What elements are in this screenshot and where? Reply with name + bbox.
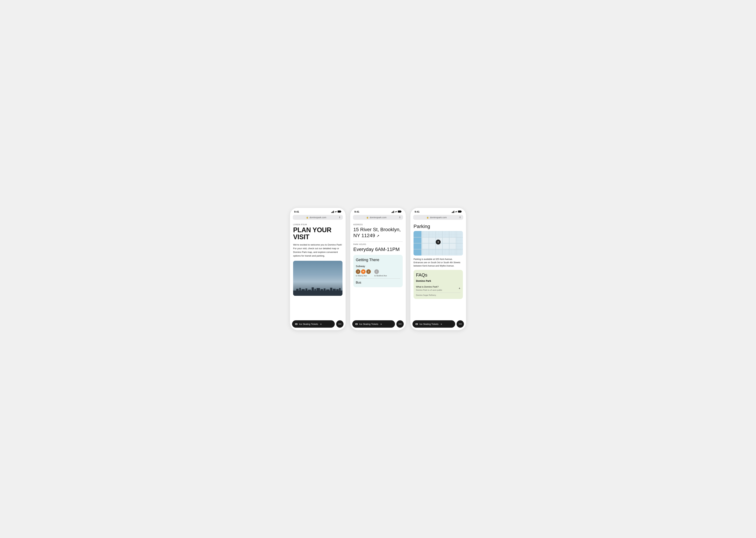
svg-rect-46	[449, 243, 456, 249]
svg-point-20	[341, 324, 341, 324]
marcy-ave-label: to Marcy Ave	[356, 275, 371, 277]
lock-icon-1: 🔒	[306, 216, 308, 219]
address-arrow[interactable]: ↗	[376, 234, 379, 238]
svg-point-25	[401, 324, 402, 324]
subway-title: Subway	[356, 265, 400, 268]
badge-j: J	[356, 269, 360, 274]
faq-item-1[interactable]: What is Domino Park? Domino Park is a 5-…	[416, 284, 460, 293]
battery-icon-3	[458, 210, 462, 213]
signal-icon-2	[392, 211, 394, 213]
hours-text: Everyday 6AM-11PM	[353, 246, 403, 252]
svg-rect-17	[339, 288, 341, 296]
phone-2: 9:41 ⇌ 🔒 dominopark.com ⬆	[350, 208, 406, 330]
dots-button-2[interactable]	[397, 320, 404, 328]
time-2: 9:41	[354, 210, 359, 213]
ticket-icon-2: 🎟	[355, 322, 358, 326]
phone2-content: ADDRESS 15 River St, Brooklyn, NY 11249 …	[350, 222, 406, 330]
svg-rect-37	[422, 238, 429, 243]
svg-rect-4	[299, 288, 301, 296]
svg-point-18	[339, 324, 339, 324]
svg-rect-11	[321, 289, 323, 296]
train-badges-l: L	[374, 269, 387, 274]
svg-rect-38	[429, 238, 435, 243]
share-icon-3[interactable]: ⬆	[459, 216, 461, 219]
svg-rect-5	[302, 289, 305, 296]
phone3-content: Parking	[410, 222, 466, 330]
svg-point-48	[438, 242, 439, 242]
address-text: 15 River St, Brooklyn, NY 11249 ↗	[353, 227, 403, 238]
svg-point-51	[460, 324, 461, 324]
close-ticket-3[interactable]: ×	[440, 323, 443, 326]
floating-bar-3: 🎟 Ice Skating Tickets ×	[412, 320, 464, 328]
badge-l: L	[374, 269, 379, 274]
faq-question: What is Domino Park?	[416, 286, 442, 288]
svg-point-24	[400, 324, 401, 324]
address-bar-2[interactable]: 🔒 dominopark.com ⬆	[353, 215, 403, 220]
address-label: ADDRESS	[353, 224, 403, 226]
hours-section: PARK HOURS Everyday 6AM-11PM	[353, 243, 403, 252]
map-image	[413, 231, 463, 255]
svg-rect-9	[314, 289, 316, 296]
svg-point-19	[340, 324, 340, 324]
dots-button-3[interactable]	[456, 320, 464, 328]
status-icons-1: ⇌	[331, 210, 342, 213]
phone1-content: LOREM IPSUM PLAN YOUR VISIT We're excite…	[290, 222, 346, 330]
ticket-icon-3: 🎟	[415, 322, 418, 326]
phone1-body: We're excited to welcome you to Domino P…	[293, 243, 343, 258]
dots-button-1[interactable]	[336, 320, 344, 328]
dots-icon-3	[459, 322, 462, 326]
close-ticket-2[interactable]: ×	[380, 323, 383, 326]
svg-rect-0	[338, 210, 341, 212]
address-bar-3[interactable]: 🔒 dominopark.com ⬆	[413, 215, 463, 220]
address-bar-1[interactable]: 🔒 dominopark.com ⬆	[293, 215, 343, 220]
faq-plus-icon[interactable]: +	[458, 287, 460, 290]
svg-rect-10	[316, 288, 320, 296]
ticket-label-2: Ice Skating Tickets	[359, 323, 378, 325]
svg-rect-16	[336, 289, 339, 296]
ticket-button-2[interactable]: 🎟 Ice Skating Tickets ×	[352, 320, 395, 328]
phone-1: 9:41 ⇌ 🔒 dominopark.com ⬆	[290, 208, 346, 330]
ticket-label-3: Ice Skating Tickets	[419, 323, 438, 325]
status-icons-2: ⇌	[392, 210, 402, 213]
park-image	[293, 261, 343, 296]
wifi-icon-2: ⇌	[395, 210, 397, 213]
svg-rect-22	[401, 211, 402, 212]
map-pin	[436, 240, 441, 244]
svg-rect-45	[449, 238, 456, 243]
faq-card: FAQs Domino Park What is Domino Park? Do…	[413, 270, 463, 299]
svg-rect-43	[436, 243, 442, 249]
bus-title: Bus	[356, 281, 400, 285]
ticket-button-3[interactable]: 🎟 Ice Skating Tickets ×	[412, 320, 455, 328]
signal-icon-1	[331, 211, 334, 213]
close-ticket-1[interactable]: ×	[319, 323, 322, 326]
svg-rect-12	[324, 289, 325, 296]
ticket-button-1[interactable]: 🎟 Ice Skating Tickets ×	[292, 320, 335, 328]
address-section: ADDRESS 15 River St, Brooklyn, NY 11249 …	[353, 224, 403, 238]
ticket-icon-1: 🎟	[295, 322, 298, 326]
parking-title: Parking	[413, 224, 463, 229]
train-badges-jmz: J M Z	[356, 269, 371, 274]
transit-group-jmz: J M Z to Marcy Ave	[356, 269, 371, 277]
divider-1	[353, 242, 403, 242]
ticket-label-1: Ice Skating Tickets	[299, 323, 318, 325]
svg-rect-8	[312, 288, 314, 296]
parking-desc: Parking is available at 325 Kent Avenue.…	[413, 258, 463, 267]
svg-rect-44	[443, 243, 449, 249]
svg-rect-39	[422, 243, 429, 249]
wifi-icon-3: ⇌	[455, 210, 457, 213]
status-bar-3: 9:41 ⇌	[410, 208, 466, 214]
status-bar-1: 9:41 ⇌	[290, 208, 346, 214]
url-3: dominopark.com	[430, 216, 447, 219]
battery-icon-2	[398, 210, 402, 213]
url-1: dominopark.com	[309, 216, 326, 219]
svg-rect-42	[443, 238, 449, 243]
faq-preview-2: Domino Sugar Refinery.	[416, 294, 460, 296]
svg-rect-1	[341, 211, 342, 212]
share-icon-1[interactable]: ⬆	[339, 216, 341, 219]
svg-rect-6	[306, 289, 307, 296]
pin-icon	[437, 241, 440, 243]
skyline-svg	[293, 285, 343, 296]
phones-container: 9:41 ⇌ 🔒 dominopark.com ⬆	[290, 208, 466, 330]
share-icon-2[interactable]: ⬆	[399, 216, 401, 219]
status-bar-2: 9:41 ⇌	[350, 208, 406, 214]
